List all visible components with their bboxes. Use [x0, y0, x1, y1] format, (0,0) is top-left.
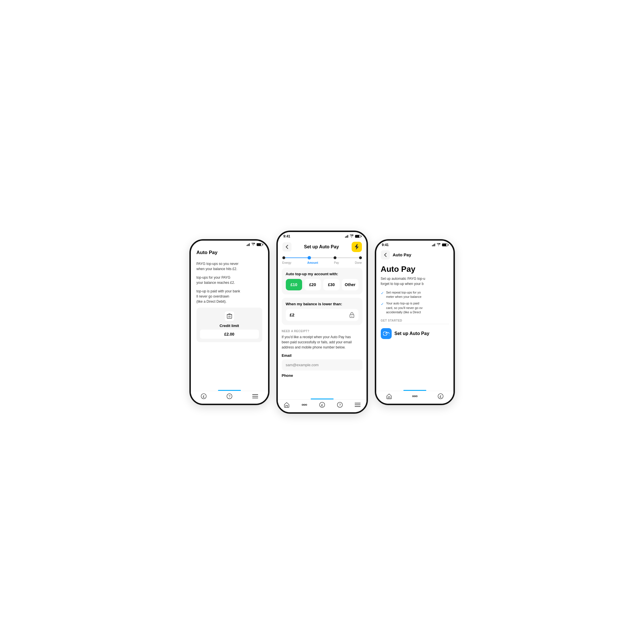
svg-text:£: £ [321, 403, 323, 407]
signal-icon-left [247, 243, 250, 246]
setup-btn-label: Set up Auto Pay [395, 331, 429, 336]
step-dot-pay [334, 256, 336, 259]
svg-point-13 [304, 404, 305, 405]
svg-point-25 [414, 395, 415, 397]
step-dot-done [359, 256, 362, 259]
step-line-1 [285, 257, 308, 258]
nav-item-home-center[interactable] [284, 402, 290, 408]
bottom-nav-center: £ ? [278, 399, 366, 412]
receipt-heading: NEED A RECEIPT? [282, 330, 362, 333]
left-text-1: PAYG top-ups so you never when your bala… [197, 261, 262, 272]
topup-section: Auto top-up my account with: £10 £20 £30… [282, 268, 362, 294]
status-bar-left [191, 241, 268, 247]
nav-items-center: £ ? [278, 402, 366, 408]
progress-dots [282, 256, 362, 259]
phone-right: 9:41 [375, 239, 455, 405]
phone-field: Phone [282, 373, 362, 378]
left-page-title: Auto Pay [191, 247, 268, 258]
lightning-button[interactable] [352, 242, 362, 252]
check-item-1: ✓ Set repeat top-ups for yo meter when y… [381, 290, 449, 299]
balance-title: When my balance is lower than: [286, 302, 358, 306]
email-field: Email [282, 353, 362, 370]
svg-text:£: £ [203, 395, 204, 398]
phone-left: Auto Pay PAYG top-ups so you never when … [189, 239, 270, 405]
nav-item-pound-center[interactable]: £ [319, 402, 325, 408]
amount-buttons: £10 £20 £30 Other [286, 279, 358, 290]
svg-rect-0 [227, 314, 232, 318]
nav-item-pound-right[interactable]: £ [438, 393, 443, 399]
nav-item-help-center[interactable]: ? [337, 402, 343, 408]
status-icons-right [432, 243, 448, 247]
left-text-3: top-up is paid with your bank ll never g… [197, 289, 262, 304]
check-list: ✓ Set repeat top-ups for yo meter when y… [381, 290, 449, 315]
trash-icon[interactable] [224, 311, 235, 321]
step-label-amount: Amount [307, 261, 318, 264]
svg-point-11 [351, 316, 352, 316]
step-dot-amount [308, 256, 311, 259]
step-label-done: Done [355, 261, 362, 264]
nav-item-network-center[interactable] [302, 402, 307, 408]
bottom-nav-right: £ [376, 391, 453, 404]
right-content: Auto Pay Set up automatic PAYG top-u for… [376, 262, 453, 389]
credit-limit-label: Credit limit [220, 324, 239, 328]
wifi-icon-center [350, 235, 353, 238]
nav-item-network-right[interactable] [412, 393, 418, 399]
balance-value: £2 [290, 312, 295, 317]
status-bar-center: 9:41 [278, 232, 366, 239]
status-icons-left [247, 243, 262, 246]
get-started-label: GET STARTED [381, 319, 449, 322]
wifi-icon-left [251, 243, 255, 246]
svg-text:?: ? [339, 403, 341, 407]
setup-btn-icon [381, 328, 392, 339]
nav-items-right: £ [376, 393, 453, 399]
amount-btn-other[interactable]: Other [342, 279, 358, 290]
step-label-pay: Pay [334, 261, 339, 264]
nav-item-pound-left[interactable]: £ [201, 393, 207, 399]
back-button-center[interactable] [282, 242, 292, 251]
check-mark-1: ✓ [381, 291, 384, 296]
status-bar-right: 9:41 [376, 241, 453, 248]
receipt-text: If you'd like a receipt when your Auto P… [282, 334, 362, 350]
step-labels: Energy Amount Pay Done [282, 261, 362, 264]
check-text-1: Set repeat top-ups for yo meter when you… [386, 290, 422, 299]
check-item-2: ✓ Your auto top-up is paid card, so you'… [381, 301, 449, 314]
nav-items-left: £ ? [191, 393, 268, 399]
right-page-title: Auto Pay [393, 252, 411, 257]
email-input[interactable] [282, 359, 362, 370]
amount-btn-10[interactable]: £10 [286, 279, 302, 290]
battery-icon-right [442, 243, 448, 246]
check-mark-2: ✓ [381, 302, 384, 307]
phone-center: 9:41 [276, 231, 368, 414]
email-label: Email [282, 353, 362, 358]
svg-point-26 [416, 395, 417, 397]
signal-icon-center [345, 235, 348, 238]
nav-item-menu-center[interactable] [355, 402, 360, 408]
svg-point-14 [306, 404, 307, 405]
amount-btn-20[interactable]: £20 [304, 279, 321, 290]
phone-label: Phone [282, 373, 362, 378]
credit-section: Credit limit £2.00 [197, 308, 262, 342]
time-right: 9:41 [382, 243, 389, 247]
nav-item-home-right[interactable] [386, 393, 392, 399]
center-header: Set up Auto Pay [278, 239, 366, 254]
nav-item-menu-left[interactable] [252, 393, 258, 399]
nav-item-help-left[interactable]: ? [227, 393, 232, 399]
battery-icon-center [355, 235, 361, 238]
right-big-title: Auto Pay [381, 265, 449, 274]
step-line-3 [336, 257, 359, 258]
credit-limit-value: £2.00 [200, 330, 259, 339]
center-page-title: Set up Auto Pay [304, 244, 339, 249]
left-text-2: top-ups for your PAYG your balance reach… [197, 275, 262, 285]
svg-text:?: ? [228, 395, 230, 399]
balance-input-row: £2 [286, 309, 358, 321]
progress-section: Energy Amount Pay Done [278, 254, 366, 268]
step-dot-energy [282, 256, 285, 259]
setup-auto-pay-button[interactable]: Set up Auto Pay [381, 327, 449, 340]
right-subtitle: Set up automatic PAYG top-u forget to to… [381, 276, 449, 286]
amount-btn-30[interactable]: £30 [323, 279, 340, 290]
wifi-icon-right [437, 243, 440, 247]
lock-icon [349, 312, 354, 318]
screen-container: Auto Pay PAYG top-ups so you never when … [150, 231, 494, 414]
svg-point-24 [412, 395, 414, 397]
back-button-right[interactable] [381, 250, 390, 259]
